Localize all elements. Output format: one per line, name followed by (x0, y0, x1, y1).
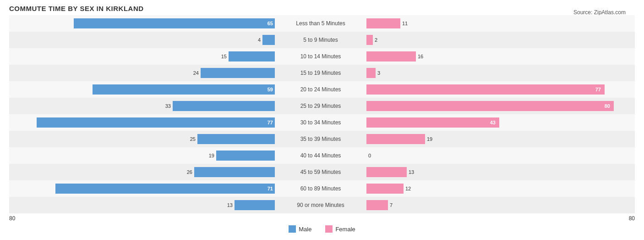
chart-container: COMMUTE TIME BY SEX IN KIRKLAND Source: … (9, 5, 635, 233)
female-bar-section: 80 (366, 98, 632, 114)
male-bar-label: 59 (266, 87, 275, 92)
male-bar-section: 59 (9, 81, 275, 98)
male-bar (262, 35, 275, 45)
female-bar: 80 (366, 101, 614, 111)
female-bar-section: 2 (366, 32, 632, 48)
male-bar-section: 19 (9, 147, 275, 164)
row-label: 25 to 29 Minutes (275, 103, 366, 109)
table-row: 1940 to 44 Minutes0 (9, 147, 635, 164)
female-bar-label: 77 (594, 87, 603, 92)
female-bar-section: 7 (366, 197, 632, 213)
legend: Male Female (9, 225, 635, 233)
table-row: 45 to 9 Minutes2 (9, 32, 635, 48)
male-bar (173, 101, 275, 111)
table-row: 5920 to 24 Minutes77 (9, 81, 635, 98)
female-bar-section: 77 (366, 81, 632, 98)
female-bar-section: 3 (366, 65, 632, 81)
male-value-label: 19 (209, 153, 214, 158)
female-bar-section: 13 (366, 164, 632, 180)
table-row: 1390 or more Minutes7 (9, 197, 635, 213)
female-value-label: 3 (377, 70, 380, 76)
table-row: 7730 to 34 Minutes43 (9, 114, 635, 131)
male-bar-section: 4 (9, 32, 275, 48)
male-bar: 59 (93, 84, 275, 95)
legend-female-label: Female (335, 226, 355, 233)
table-row: 7160 to 89 Minutes12 (9, 180, 635, 197)
axis-labels: 80 80 (9, 215, 635, 222)
male-bar-section: 24 (9, 65, 275, 81)
axis-right: 80 (629, 215, 635, 222)
row-label: 15 to 19 Minutes (275, 70, 366, 76)
chart-title: COMMUTE TIME BY SEX IN KIRKLAND (9, 5, 635, 12)
female-value-label: 2 (375, 37, 377, 43)
table-row: 2415 to 19 Minutes3 (9, 65, 635, 81)
male-value-label: 24 (193, 70, 199, 76)
male-bar-section: 77 (9, 114, 275, 131)
female-bar (366, 51, 416, 61)
female-bar-label: 80 (603, 103, 612, 109)
male-bar-label: 65 (266, 21, 275, 26)
row-label: 10 to 14 Minutes (275, 53, 366, 60)
male-bar: 65 (74, 18, 275, 28)
female-bar (366, 200, 388, 210)
male-bar (216, 151, 275, 161)
female-value-label: 16 (418, 54, 423, 59)
female-value-label: 12 (405, 186, 411, 191)
female-value-label: 13 (409, 169, 414, 175)
female-bar-section: 43 (366, 114, 632, 131)
legend-male-box (289, 225, 296, 233)
table-row: 1510 to 14 Minutes16 (9, 48, 635, 65)
row-label: 90 or more Minutes (275, 202, 366, 208)
row-label: 45 to 59 Minutes (275, 169, 366, 175)
female-bar: 43 (366, 117, 499, 128)
female-bar (366, 134, 425, 144)
female-bar (366, 18, 400, 28)
male-bar-section: 13 (9, 197, 275, 213)
row-label: 20 to 24 Minutes (275, 86, 366, 93)
male-bar-section: 71 (9, 180, 275, 197)
female-bar-label: 43 (488, 120, 497, 125)
male-value-label: 4 (258, 37, 261, 43)
male-value-label: 15 (221, 54, 227, 59)
male-bar (197, 134, 275, 144)
female-bar: 77 (366, 84, 605, 95)
female-bar-section: 12 (366, 180, 632, 197)
male-bar-section: 33 (9, 98, 275, 114)
axis-left: 80 (9, 215, 15, 222)
male-bar (235, 200, 275, 210)
male-bar (229, 51, 275, 61)
male-bar-section: 25 (9, 131, 275, 147)
chart-area: 65Less than 5 Minutes1145 to 9 Minutes21… (9, 15, 635, 213)
female-bar-section: 0 (366, 147, 632, 164)
table-row: 65Less than 5 Minutes11 (9, 15, 635, 32)
female-bar-section: 19 (366, 131, 632, 147)
female-bar-section: 16 (366, 48, 632, 65)
table-row: 3325 to 29 Minutes80 (9, 98, 635, 114)
female-value-label: 11 (402, 21, 408, 26)
male-bar (194, 167, 275, 177)
female-bar (366, 68, 376, 78)
table-row: 2645 to 59 Minutes13 (9, 164, 635, 180)
female-value-label: 7 (390, 202, 393, 208)
table-row: 2535 to 39 Minutes19 (9, 131, 635, 147)
male-bar-section: 65 (9, 15, 275, 32)
male-bar-section: 26 (9, 164, 275, 180)
row-label: 60 to 89 Minutes (275, 185, 366, 192)
male-bar-section: 15 (9, 48, 275, 65)
legend-female: Female (325, 225, 355, 233)
female-bar (366, 167, 407, 177)
female-value-label: 19 (427, 136, 432, 142)
female-bar (366, 35, 373, 45)
row-label: 30 to 34 Minutes (275, 119, 366, 126)
legend-female-box (325, 225, 333, 233)
female-bar-section: 11 (366, 15, 632, 32)
male-bar: 71 (55, 184, 275, 194)
male-value-label: 13 (227, 202, 233, 208)
male-bar (201, 68, 275, 78)
row-label: 5 to 9 Minutes (275, 37, 366, 43)
male-value-label: 25 (190, 136, 196, 142)
male-bar-label: 71 (266, 186, 275, 191)
male-bar: 77 (37, 117, 275, 128)
row-label: Less than 5 Minutes (275, 20, 366, 27)
legend-male: Male (289, 225, 311, 233)
